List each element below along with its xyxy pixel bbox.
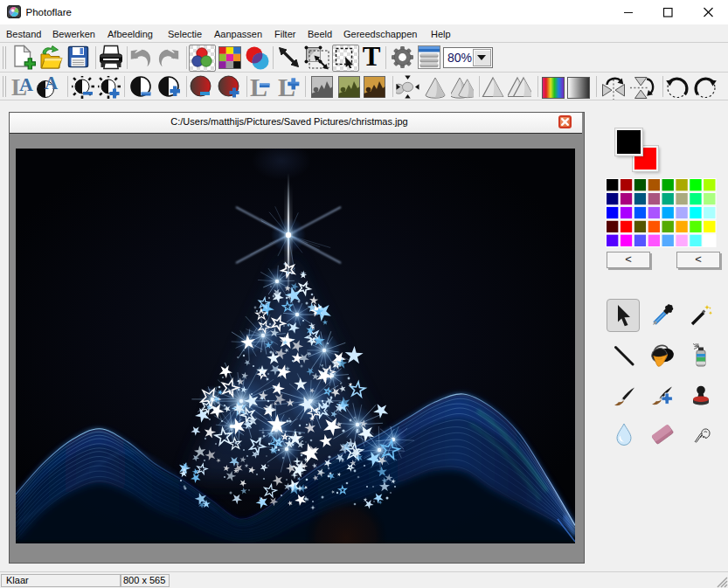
svg-text:A: A	[19, 75, 33, 95]
svg-text:A: A	[45, 75, 59, 93]
